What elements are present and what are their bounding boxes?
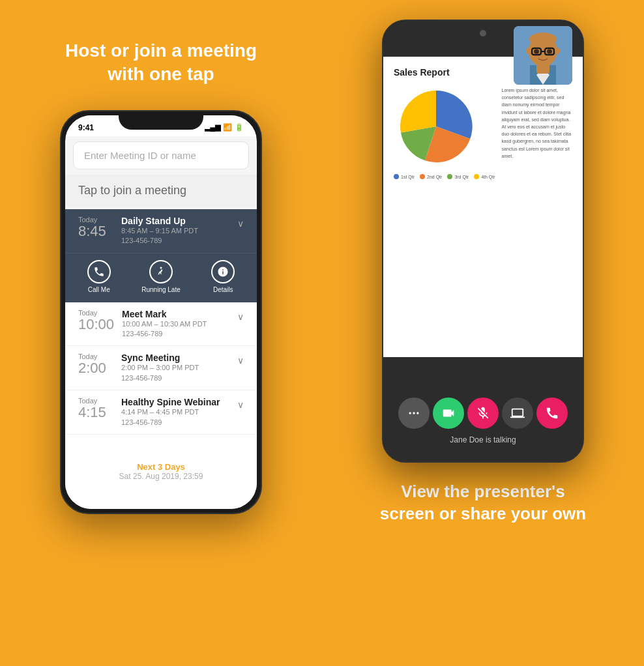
svg-point-12: [547, 50, 552, 54]
meeting-info-3: Sync Meeting 2:00 PM – 3:00 PM PDT123-45…: [121, 353, 229, 383]
video-button[interactable]: [433, 398, 464, 429]
running-late-label: Running Late: [141, 286, 181, 293]
screen-share-area: Sales Report: [383, 57, 583, 357]
meeting-info-2: Meet Mark 10:00 AM – 10:30 AM PDT123-456…: [122, 309, 229, 340]
battery-icon: 🔋: [235, 123, 244, 132]
call-me-label: Call Me: [88, 286, 110, 293]
left-panel: Host or join a meeting with one tap 9:41…: [0, 0, 322, 666]
report-text: Lorem ipsum dolor sit amet, consetetur s…: [502, 84, 572, 160]
right-phone-screen: Sales Report: [383, 21, 583, 461]
meeting-details: 8:45 AM – 9:15 AM PDT 123-456-789: [121, 226, 229, 246]
right-headline: View the presenter's screen or share you…: [354, 481, 612, 525]
svg-point-17: [413, 412, 415, 414]
call-me-button[interactable]: Call Me: [87, 260, 111, 293]
right-panel: Sales Report: [322, 0, 644, 666]
svg-point-18: [417, 412, 418, 414]
meeting-day: Today: [78, 216, 113, 224]
dark-bottom: Jane Doe is talking: [383, 357, 583, 461]
running-icon: [149, 260, 173, 283]
signal-icon: ▂▄▆: [205, 123, 220, 132]
meeting-search-input[interactable]: Enter Meeting ID or name: [73, 141, 249, 169]
meeting-item-3[interactable]: Today 2:00 Sync Meeting 2:00 PM – 3:00 P…: [65, 346, 257, 390]
camera-dot: [480, 30, 486, 36]
meeting-hour-3: 2:00: [78, 360, 113, 376]
meeting-time: Today 8:45: [78, 216, 113, 239]
status-time: 9:41: [78, 123, 94, 132]
avatar-thumbnail: [514, 26, 572, 85]
pie-chart: [394, 84, 478, 169]
meeting-details-3: 2:00 PM – 3:00 PM PDT123-456-789: [121, 363, 229, 383]
meeting-item-2[interactable]: Today 10:00 Meet Mark 10:00 AM – 10:30 A…: [65, 302, 257, 347]
join-meeting-button[interactable]: Tap to join a meeting: [65, 175, 257, 207]
phone-notch: [119, 111, 203, 130]
meeting-info-4: Healthy Spine Webinar 4:14 PM – 4:45 PM …: [121, 397, 229, 427]
meeting-details-2: 10:00 AM – 10:30 AM PDT123-456-789: [122, 319, 229, 340]
next-days-date: Sat 25. Aug 2019, 23:59: [73, 472, 249, 481]
svg-point-15: [555, 48, 560, 54]
meeting-title-4: Healthy Spine Webinar: [121, 397, 229, 407]
svg-point-13: [529, 33, 557, 46]
chevron-icon-3: ∨: [237, 355, 244, 366]
report-content: 1st Qtr 2nd Qtr 3rd Qtr 4th Qtr Lorem ip…: [394, 84, 572, 179]
phone-icon: [87, 260, 111, 283]
pie-legend: 1st Qtr 2nd Qtr 3rd Qtr 4th Qtr: [394, 174, 495, 179]
wifi-icon: 📶: [223, 123, 232, 132]
info-icon: [211, 260, 235, 283]
meeting-item-4[interactable]: Today 4:15 Healthy Spine Webinar 4:14 PM…: [65, 390, 257, 435]
meeting-hour: 8:45: [78, 224, 113, 239]
next-days-label: Next 3 Days: [73, 462, 249, 472]
meeting-item-expanded[interactable]: Today 8:45 Daily Stand Up 8:45 AM – 9:15…: [65, 209, 257, 302]
more-options-button[interactable]: [398, 398, 430, 429]
meeting-actions: Call Me Running Late: [65, 253, 257, 302]
details-button[interactable]: Details: [211, 260, 235, 293]
end-call-button[interactable]: [536, 398, 568, 429]
meeting-day-2: Today: [78, 309, 114, 317]
chevron-icon: ∨: [237, 218, 244, 229]
screen-share-button[interactable]: [502, 398, 533, 429]
meeting-details-4: 4:14 PM – 4:45 PM PDT123-456-789: [121, 407, 229, 427]
svg-point-14: [526, 48, 531, 54]
svg-point-11: [534, 50, 539, 54]
mute-button[interactable]: [467, 398, 499, 429]
left-headline: Host or join a meeting with one tap: [39, 39, 283, 87]
meeting-time-2: Today 10:00: [78, 309, 114, 332]
meeting-hour-4: 4:15: [78, 405, 113, 420]
next-days-section: Next 3 Days Sat 25. Aug 2019, 23:59: [65, 435, 257, 509]
phone-screen: 9:41 ▂▄▆ 📶 🔋 Enter Meeting ID or name Ta…: [65, 115, 257, 509]
meeting-info: Daily Stand Up 8:45 AM – 9:15 AM PDT 123…: [121, 216, 229, 246]
meeting-title: Daily Stand Up: [121, 216, 229, 226]
svg-point-16: [409, 412, 411, 414]
meeting-hour-2: 10:00: [78, 317, 114, 332]
status-icons: ▂▄▆ 📶 🔋: [205, 123, 244, 132]
details-label: Details: [213, 286, 233, 293]
left-phone: 9:41 ▂▄▆ 📶 🔋 Enter Meeting ID or name Ta…: [60, 110, 262, 514]
right-phone: Sales Report: [382, 20, 584, 463]
meeting-time-3: Today 2:00: [78, 353, 113, 376]
meeting-expanded-header: Today 8:45 Daily Stand Up 8:45 AM – 9:15…: [65, 209, 257, 253]
meeting-title-3: Sync Meeting: [121, 353, 229, 363]
talking-status: Jane Doe is talking: [383, 435, 583, 448]
call-controls: [383, 398, 583, 435]
running-late-button[interactable]: Running Late: [141, 260, 181, 293]
meeting-time-4: Today 4:15: [78, 397, 113, 420]
chevron-icon-4: ∨: [237, 399, 244, 410]
svg-point-0: [160, 267, 162, 268]
chevron-icon-2: ∨: [237, 311, 244, 322]
meeting-title-2: Meet Mark: [122, 309, 229, 319]
